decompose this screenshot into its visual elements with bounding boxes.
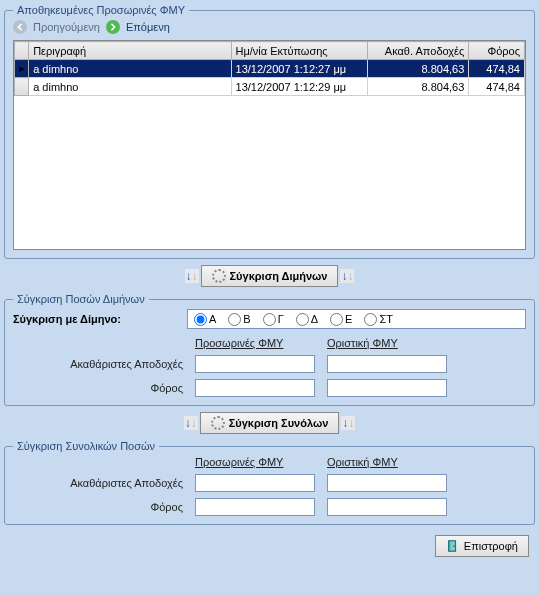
spinner-icon	[211, 416, 225, 430]
cell-desc: a dimhno	[29, 60, 231, 78]
arrow-down-icon: ↓	[348, 417, 354, 429]
compare-dim-action-row: ↓↓ Σύγκριση Διμήνων ↓↓	[4, 265, 535, 287]
cell-date: 13/12/2007 1:12:27 μμ	[231, 60, 368, 78]
svg-point-2	[453, 545, 454, 546]
dim-gross-temp-input[interactable]	[195, 355, 315, 373]
radio-b[interactable]: Β	[228, 313, 250, 326]
radio-e[interactable]: Ε	[330, 313, 352, 326]
bimonth-radio-group: Α Β Γ Δ Ε ΣΤ	[187, 309, 526, 329]
row-marker: ▸	[15, 60, 29, 78]
tot-gross-final-input[interactable]	[327, 474, 447, 492]
dim-tax-final-input[interactable]	[327, 379, 447, 397]
next-label[interactable]: Επόμενη	[126, 21, 170, 33]
radio-g[interactable]: Γ	[263, 313, 284, 326]
compare-dim-button[interactable]: Σύγκριση Διμήνων	[201, 265, 339, 287]
col-temp-header: Προσωρινές ΦΜΥ	[195, 337, 315, 349]
col-desc[interactable]: Περιγραφή	[29, 42, 231, 60]
cell-tax: 474,84	[469, 78, 525, 96]
compare-with-label: Σύγκριση με Δίμηνο:	[13, 313, 183, 325]
spinner-icon	[212, 269, 226, 283]
compare-dim-grid: Προσωρινές ΦΜΥ Οριστική ΦΜΥ Ακαθάριστες …	[13, 337, 526, 397]
saved-table: Περιγραφή Ημ/νία Εκτύπωσης Ακαθ. Αποδοχέ…	[14, 41, 525, 96]
compare-tot-grid: Προσωρινές ΦΜΥ Οριστική ΦΜΥ Ακαθάριστες …	[13, 456, 526, 516]
compare-dim-button-label: Σύγκριση Διμήνων	[230, 270, 328, 282]
tot-gross-temp-input[interactable]	[195, 474, 315, 492]
tot-tax-temp-input[interactable]	[195, 498, 315, 516]
return-button-label: Επιστροφή	[464, 540, 518, 552]
row-marker	[15, 78, 29, 96]
dim-gross-final-input[interactable]	[327, 355, 447, 373]
table-wrap[interactable]: Περιγραφή Ημ/νία Εκτύπωσης Ακαθ. Αποδοχέ…	[13, 40, 526, 250]
col-temp-header: Προσωρινές ΦΜΥ	[195, 456, 315, 468]
arrow-down-right1[interactable]: ↓↓	[340, 269, 354, 283]
tax-label: Φόρος	[13, 382, 183, 394]
arrow-down-icon: ↓	[191, 417, 197, 429]
arrow-down-left2[interactable]: ↓↓	[184, 416, 198, 430]
arrow-down-icon: ↓	[347, 270, 353, 282]
arrow-down-left1[interactable]: ↓↓	[185, 269, 199, 283]
col-tax[interactable]: Φόρος	[469, 42, 525, 60]
cell-amount: 8.804,63	[368, 78, 469, 96]
cell-date: 13/12/2007 1:12:29 μμ	[231, 78, 368, 96]
radio-a[interactable]: Α	[194, 313, 216, 326]
cell-tax: 474,84	[469, 60, 525, 78]
prev-icon	[13, 20, 27, 34]
return-button[interactable]: Επιστροφή	[435, 535, 529, 557]
col-final-header: Οριστική ΦΜΥ	[327, 337, 447, 349]
tot-tax-final-input[interactable]	[327, 498, 447, 516]
bottom-row: Επιστροφή	[4, 531, 535, 557]
saved-fmy-legend: Αποθηκευμένες Προσωρινές ΦΜΥ	[13, 4, 189, 16]
compare-tot-button-label: Σύγκριση Συνόλων	[229, 417, 329, 429]
col-final-header: Οριστική ΦΜΥ	[327, 456, 447, 468]
gross-label: Ακαθάριστες Αποδοχές	[13, 358, 183, 370]
arrow-down-icon: ↓	[192, 270, 198, 282]
radio-d[interactable]: Δ	[296, 313, 318, 326]
compare-tot-group: Σύγκριση Συνολικών Ποσών Προσωρινές ΦΜΥ …	[4, 440, 535, 525]
tax-label: Φόρος	[13, 501, 183, 513]
compare-dim-group: Σύγκριση Ποσών Διμήνων Σύγκριση με Δίμην…	[4, 293, 535, 406]
radio-st[interactable]: ΣΤ	[364, 313, 393, 326]
door-icon	[446, 539, 460, 553]
col-marker[interactable]	[15, 42, 29, 60]
compare-tot-button[interactable]: Σύγκριση Συνόλων	[200, 412, 340, 434]
prev-label[interactable]: Προηγούμενη	[33, 21, 100, 33]
cell-amount: 8.804,63	[368, 60, 469, 78]
nav-row: Προηγούμενη Επόμενη	[13, 20, 526, 34]
gross-label: Ακαθάριστες Αποδοχές	[13, 477, 183, 489]
dim-tax-temp-input[interactable]	[195, 379, 315, 397]
saved-fmy-group: Αποθηκευμένες Προσωρινές ΦΜΥ Προηγούμενη…	[4, 4, 535, 259]
next-icon	[106, 20, 120, 34]
compare-tot-legend: Σύγκριση Συνολικών Ποσών	[13, 440, 159, 452]
compare-dim-legend: Σύγκριση Ποσών Διμήνων	[13, 293, 149, 305]
table-row[interactable]: ▸ a dimhno 13/12/2007 1:12:27 μμ 8.804,6…	[15, 60, 525, 78]
arrow-down-right2[interactable]: ↓↓	[341, 416, 355, 430]
cell-desc: a dimhno	[29, 78, 231, 96]
col-date[interactable]: Ημ/νία Εκτύπωσης	[231, 42, 368, 60]
col-amount[interactable]: Ακαθ. Αποδοχές	[368, 42, 469, 60]
table-row[interactable]: a dimhno 13/12/2007 1:12:29 μμ 8.804,63 …	[15, 78, 525, 96]
compare-tot-action-row: ↓↓ Σύγκριση Συνόλων ↓↓	[4, 412, 535, 434]
